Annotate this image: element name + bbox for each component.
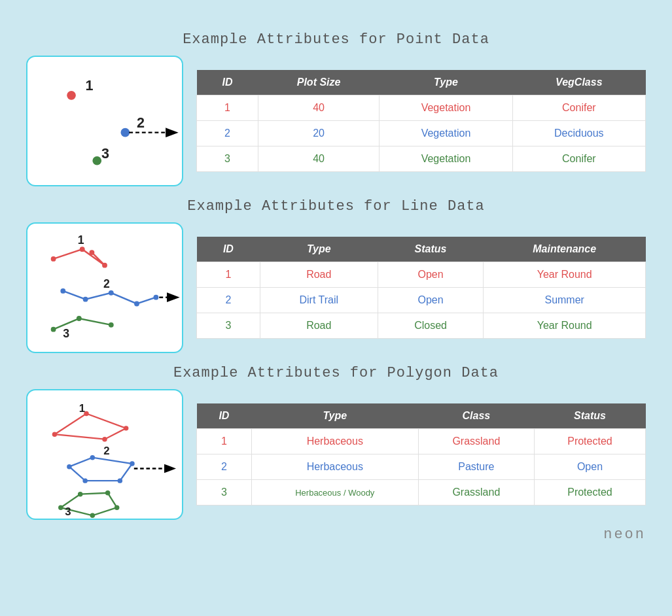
svg-point-5 [92,156,101,165]
cell-line-3-col3: Closed [378,313,484,339]
svg-point-7 [51,256,56,262]
svg-point-41 [90,513,95,518]
cell-point-3-col2: 40 [258,146,379,172]
svg-text:2: 2 [103,277,110,290]
cell-poly-1-id: 1 [197,429,252,454]
title-polygon: Example Attributes for Polygon Data [26,365,646,381]
cell-poly-1-col2: Herbaceous [251,429,418,454]
svg-text:2: 2 [103,445,109,457]
svg-point-31 [90,455,95,460]
th-point-vegclass: VegClass [512,70,645,95]
table-row: 3 40 Vegetation Conifer [197,146,646,172]
cell-point-2-col4: Deciduous [512,121,645,146]
map-point: 1 2 3 [26,56,183,186]
svg-point-40 [115,505,119,509]
th-point-id: ID [197,70,258,95]
svg-point-13 [83,297,88,302]
svg-point-14 [109,290,114,296]
cell-point-1-col4: Conifer [512,95,645,121]
cell-line-3-col2: Road [260,313,378,339]
cell-poly-3-col4: Protected [534,480,645,505]
cell-point-2-id: 2 [197,121,258,146]
svg-point-33 [118,478,122,483]
main-container: Example Attributes for Point Data 1 2 3 [13,13,659,562]
cell-line-1-col3: Open [378,262,484,288]
cell-poly-1-col3: Grassland [418,429,534,454]
map-polygon: 1 2 3 [26,389,183,520]
cell-line-1-id: 1 [197,262,260,288]
svg-point-3 [121,128,130,137]
section-point-title: Example Attributes for Point Data [26,31,646,48]
cell-poly-2-col4: Open [534,454,645,480]
title-line: Example Attributes for Line Data [26,198,646,214]
map-point-svg: 1 2 3 [27,57,182,185]
svg-point-37 [58,505,63,509]
cell-poly-3-col3: Grassland [418,480,534,505]
svg-point-27 [102,437,107,441]
svg-point-8 [80,247,85,252]
svg-text:3: 3 [65,505,71,518]
table-row: 2 20 Vegetation Deciduous [197,121,646,146]
svg-point-9 [102,263,107,268]
cell-point-2-col3: Vegetation [380,121,512,146]
svg-text:1: 1 [78,233,84,247]
svg-point-12 [60,288,65,294]
neon-logo: neon [26,526,646,543]
cell-point-1-id: 1 [197,95,258,121]
svg-point-38 [78,492,82,496]
section-point-row: 1 2 3 ID Plot Size Type VegClass [26,56,646,186]
th-line-maintenance: Maintenance [484,237,646,262]
table-row: 1 40 Vegetation Conifer [197,95,646,121]
svg-point-24 [52,432,57,436]
table-line: ID Type Status Maintenance 1 Road Open Y… [196,237,646,339]
svg-marker-29 [69,458,132,481]
th-poly-class: Class [418,403,534,429]
svg-point-15 [134,301,139,307]
table-row: 3 Herbaceous / Woody Grassland Protected [197,480,646,505]
svg-point-34 [82,478,87,483]
cell-line-1-col4: Year Round [484,262,646,288]
svg-marker-23 [54,413,126,439]
svg-point-16 [153,295,158,300]
th-poly-status: Status [534,403,645,429]
cell-line-3-col4: Year Round [484,313,646,339]
section-polygon-title: Example Attributes for Polygon Data [26,365,646,381]
cell-point-1-col2: 40 [258,95,379,121]
svg-point-10 [89,250,94,255]
cell-point-1-col3: Vegetation [380,95,512,121]
section-polygon-row: 1 2 3 [26,389,646,520]
map-line: 1 2 3 [26,222,183,353]
cell-poly-2-col3: Pasture [418,454,534,480]
svg-text:1: 1 [79,402,85,415]
cell-point-2-col2: 20 [258,121,379,146]
cell-line-2-col4: Summer [484,288,646,313]
cell-point-3-id: 3 [197,146,258,172]
cell-point-3-col4: Conifer [512,146,645,172]
svg-point-20 [109,322,114,328]
th-point-type: Type [380,70,512,95]
table-row: 1 Herbaceous Grassland Protected [197,429,646,454]
cell-poly-3-id: 3 [197,480,252,505]
cell-poly-2-col2: Herbaceous [251,454,418,480]
cell-line-3-id: 3 [197,313,260,339]
svg-point-30 [67,464,71,469]
section-line-title: Example Attributes for Line Data [26,198,646,214]
cell-line-2-id: 2 [197,288,260,313]
th-line-status: Status [378,237,484,262]
svg-text:3: 3 [63,327,69,340]
svg-text:2: 2 [137,114,145,131]
cell-line-2-col3: Open [378,288,484,313]
table-row: 2 Herbaceous Pasture Open [197,454,646,480]
table-row: 2 Dirt Trail Open Summer [197,288,646,313]
svg-point-32 [130,461,134,466]
cell-line-1-col2: Road [260,262,378,288]
svg-text:3: 3 [101,145,109,162]
svg-point-19 [77,316,82,321]
th-line-type: Type [260,237,378,262]
cell-point-3-col3: Vegetation [380,146,512,172]
cell-poly-3-col2: Herbaceous / Woody [251,480,418,505]
table-polygon: ID Type Class Status 1 Herbaceous Grassl… [196,403,646,505]
table-row: 1 Road Open Year Round [197,262,646,288]
cell-poly-1-col4: Protected [534,429,645,454]
th-poly-id: ID [197,403,252,429]
